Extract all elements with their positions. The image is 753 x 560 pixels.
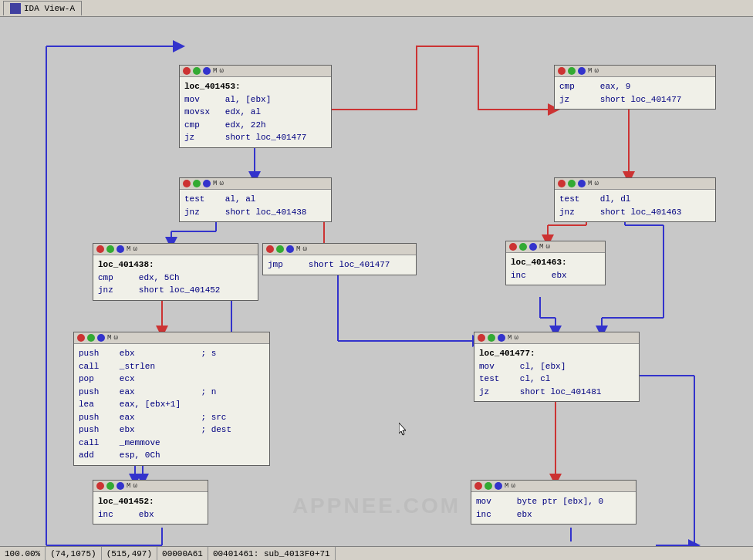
dot-red (96, 245, 104, 253)
dot-blue (578, 67, 586, 75)
node-body-mov-byte: mov byte ptr [ebx], 0 inc ebx (471, 492, 636, 524)
node-menu-icon[interactable]: M (213, 67, 217, 75)
dot-green (106, 482, 114, 490)
node-body-loc401438: loc_401438: cmp edx, 5Ch jnz short loc_4… (93, 255, 258, 300)
node-loc401477[interactable]: M ω loc_401477: mov cl, [ebx] test cl, c… (474, 332, 640, 402)
node-body-loc401477: loc_401477: mov cl, [ebx] test cl, cl jz… (474, 344, 639, 401)
node-header: M ω (180, 178, 331, 190)
node-push-ebx[interactable]: M ω push ebx ; s call _strlen pop ecx pu… (73, 332, 270, 466)
dot-green (568, 67, 576, 75)
dot-green (106, 245, 114, 253)
node-min-icon[interactable]: ω (511, 482, 515, 490)
dot-red (509, 243, 517, 251)
node-min-icon[interactable]: ω (302, 245, 306, 253)
node-min-icon[interactable]: ω (594, 67, 598, 75)
node-test-dl[interactable]: M ω test dl, dl jnz short loc_401463 (554, 177, 716, 222)
node-menu-icon[interactable]: M (107, 334, 111, 342)
node-body-loc401453: loc_401453: mov al, [ebx] movsx edx, al … (180, 77, 331, 147)
dot-green (488, 334, 495, 342)
node-min-icon[interactable]: ω (219, 67, 223, 75)
dot-blue (203, 180, 211, 187)
node-body-push-ebx: push ebx ; s call _strlen pop ecx push e… (74, 344, 269, 465)
node-cmp-eax9[interactable]: M ω cmp eax, 9 jz short loc_401477 (554, 65, 716, 110)
node-min-icon[interactable]: ω (219, 180, 223, 187)
dot-blue (116, 482, 124, 490)
node-header: M ω (74, 332, 269, 344)
node-menu-icon[interactable]: M (508, 334, 512, 342)
title-bar: IDA View-A (0, 0, 753, 17)
node-body-test-dl: test dl, dl jnz short loc_401463 (555, 190, 715, 221)
dot-blue (286, 245, 294, 253)
node-menu-icon[interactable]: M (588, 67, 592, 75)
status-zoom: 100.00% (0, 547, 46, 560)
dot-red (266, 245, 274, 253)
node-menu-icon[interactable]: M (127, 482, 130, 490)
dot-green (568, 180, 576, 187)
dot-green (276, 245, 284, 253)
tab-label: IDA View-A (24, 4, 75, 13)
node-header: M ω (474, 332, 639, 344)
dot-blue (203, 67, 211, 75)
node-min-icon[interactable]: ω (133, 245, 137, 253)
dot-blue (97, 334, 105, 342)
node-min-icon[interactable]: ω (594, 180, 598, 187)
node-test-al[interactable]: M ω test al, al jnz short loc_401438 (179, 177, 332, 222)
dot-green (519, 243, 527, 251)
dot-red (474, 482, 482, 490)
node-body-jmp401477: jmp short loc_401477 (263, 255, 416, 275)
ida-view-tab[interactable]: IDA View-A (3, 1, 82, 15)
node-header: M ω (506, 241, 605, 253)
status-coords1: (74,1075) (46, 547, 101, 560)
status-coords2: (515,497) (102, 547, 157, 560)
status-bar: 100.00% (74,1075) (515,497) 00000A61 004… (0, 546, 753, 560)
node-min-icon[interactable]: ω (133, 482, 137, 490)
node-min-icon[interactable]: ω (545, 243, 549, 251)
node-menu-icon[interactable]: M (127, 245, 130, 253)
node-loc401453[interactable]: M ω loc_401453: mov al, [ebx] movsx edx,… (179, 65, 332, 148)
node-header: M ω (180, 66, 331, 77)
node-menu-icon[interactable]: M (213, 180, 217, 187)
dot-blue (578, 180, 586, 187)
node-jmp401477[interactable]: M ω jmp short loc_401477 (262, 243, 417, 275)
ida-tab-icon (10, 3, 21, 14)
node-header: M ω (555, 66, 715, 77)
status-address: 00000A61 (157, 547, 208, 560)
watermark: APPNEE.COM (292, 494, 461, 518)
dot-blue (495, 482, 502, 490)
dot-red (183, 180, 191, 187)
node-body-loc401452: loc_401452: inc ebx (93, 492, 208, 524)
node-header: M ω (93, 481, 208, 492)
dot-red (183, 67, 191, 75)
node-loc401452[interactable]: M ω loc_401452: inc ebx (93, 480, 208, 525)
status-function: 00401461: sub_4013F0+71 (208, 547, 336, 560)
dot-blue (116, 245, 124, 253)
dot-blue (529, 243, 537, 251)
node-body-cmp-eax9: cmp eax, 9 jz short loc_401477 (555, 77, 715, 109)
dot-green (87, 334, 95, 342)
node-min-icon[interactable]: ω (514, 334, 518, 342)
dot-blue (498, 334, 505, 342)
graph-canvas[interactable]: M ω loc_401453: mov al, [ebx] movsx edx,… (0, 17, 753, 549)
node-header: M ω (93, 244, 258, 255)
dot-green (485, 482, 492, 490)
node-mov-byte[interactable]: M ω mov byte ptr [ebx], 0 inc ebx (471, 480, 637, 525)
node-menu-icon[interactable]: M (588, 180, 592, 187)
node-min-icon[interactable]: ω (113, 334, 117, 342)
dot-red (478, 334, 485, 342)
dot-red (558, 67, 566, 75)
node-body-loc401463: loc_401463: inc ebx (506, 253, 605, 285)
dot-green (193, 180, 201, 187)
mouse-cursor (399, 423, 408, 437)
node-menu-icon[interactable]: M (296, 245, 300, 253)
node-menu-icon[interactable]: M (505, 482, 508, 490)
node-menu-icon[interactable]: M (539, 243, 543, 251)
node-body-test-al: test al, al jnz short loc_401438 (180, 190, 331, 221)
dot-red (96, 482, 104, 490)
node-header: M ω (555, 178, 715, 190)
node-header: M ω (471, 481, 636, 492)
node-header: M ω (263, 244, 416, 255)
node-loc401438[interactable]: M ω loc_401438: cmp edx, 5Ch jnz short l… (93, 243, 258, 301)
dot-green (193, 67, 201, 75)
node-loc401463[interactable]: M ω loc_401463: inc ebx (505, 241, 606, 285)
dot-red (77, 334, 85, 342)
